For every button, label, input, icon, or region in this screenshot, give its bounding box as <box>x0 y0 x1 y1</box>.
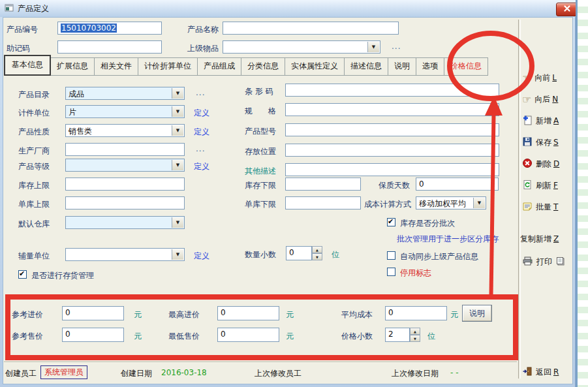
catalog-browse-button[interactable]: ... <box>196 88 205 97</box>
product-no-input[interactable]: 15010703002 <box>57 22 162 35</box>
stock-lower-label: 库存下限 <box>245 180 276 191</box>
tab-options[interactable]: 选项 <box>416 57 444 76</box>
spec-label: 规 格 <box>245 106 276 117</box>
min-sale-input[interactable]: 0 <box>217 328 279 342</box>
tab-price-info[interactable]: 价格信息 <box>444 57 488 76</box>
nature-define-link[interactable]: 定义 <box>194 127 209 138</box>
mnemonic-label: 助记码 <box>7 43 30 54</box>
tab-product-composition[interactable]: 产品组成 <box>198 57 241 76</box>
chevron-down-icon[interactable] <box>172 106 183 117</box>
disable-flag-checkbox[interactable] <box>387 268 395 276</box>
sidebar-item-copy-new[interactable]: 复制新增Z <box>520 234 559 245</box>
other-desc-input[interactable] <box>285 163 499 176</box>
tab-basic-info[interactable]: 基本信息 <box>4 55 51 76</box>
manufacturer-browse-button[interactable]: ... <box>196 144 205 153</box>
sync-parent-label: 自动同步上级产品信息 <box>400 251 478 262</box>
tab-extended-info[interactable]: 扩展信息 <box>51 57 95 76</box>
chevron-down-icon[interactable] <box>172 125 183 136</box>
max-purchase-label: 最高进价 <box>168 309 200 320</box>
close-button[interactable] <box>556 3 578 16</box>
sidebar-item-backward[interactable]: 向后N <box>522 93 558 106</box>
chevron-down-icon[interactable] <box>367 42 379 52</box>
chevron-down-icon[interactable] <box>172 160 183 170</box>
sidebar-item-batch[interactable]: 批量T <box>522 201 558 213</box>
explain-button[interactable]: 说明 <box>462 305 492 322</box>
grade-combo[interactable] <box>65 159 185 172</box>
tab-classification-info[interactable]: 分类信息 <box>241 57 285 76</box>
model-input[interactable] <box>285 123 499 136</box>
chevron-down-icon[interactable] <box>473 198 485 208</box>
nature-label: 产品性质 <box>18 127 50 138</box>
price-decimal-stepper[interactable] <box>410 328 420 342</box>
grade-define-link[interactable]: 定义 <box>194 161 209 172</box>
price-decimal-input[interactable]: 2 <box>385 328 410 342</box>
spin-down-icon[interactable] <box>312 253 322 260</box>
single-upper-input[interactable] <box>65 196 185 209</box>
max-purchase-input[interactable]: 0 <box>217 306 279 320</box>
unit-label: 计件单位 <box>18 108 50 119</box>
manufacturer-input[interactable] <box>65 143 185 156</box>
product-name-input[interactable] <box>223 22 399 35</box>
batch-note: 批次管理用于进一步区分库存 <box>397 234 499 245</box>
spin-up-icon[interactable] <box>312 246 322 253</box>
avg-cost-input[interactable]: 0 <box>385 306 447 320</box>
created-date-value: 2016-03-18 <box>161 368 207 377</box>
mnemonic-input[interactable] <box>57 40 162 54</box>
barcode-input[interactable] <box>285 84 499 97</box>
qty-decimal-stepper[interactable] <box>312 246 322 260</box>
ref-sale-unit: 元 <box>134 331 142 342</box>
titlebar[interactable]: 产品定义 <box>0 0 576 17</box>
qty-decimal-input[interactable]: 0 <box>286 246 312 260</box>
tab-entity-attributes[interactable]: 实体属性定义 <box>285 57 345 76</box>
parent-item-browse-button[interactable]: ... <box>392 42 401 51</box>
tab-related-files[interactable]: 相关文件 <box>95 57 138 76</box>
manufacturer-label: 生产厂商 <box>18 146 50 157</box>
aux-unit-label: 辅量单位 <box>18 251 50 262</box>
cost-method-combo[interactable]: 移动加权平均 <box>416 196 486 209</box>
default-warehouse-combo[interactable] <box>65 216 185 229</box>
avg-cost-unit: 元 <box>450 309 458 320</box>
sidebar-item-new[interactable]: 新增A <box>522 115 559 127</box>
parent-item-combo[interactable] <box>223 40 380 54</box>
grade-label: 产品等级 <box>18 161 50 172</box>
ref-purchase-label: 参考进价 <box>12 309 43 320</box>
ref-purchase-input[interactable]: 0 <box>62 306 124 320</box>
batch-checkbox[interactable] <box>387 218 395 226</box>
cost-method-value: 移动加权平均 <box>419 198 466 209</box>
inventory-mgmt-checkbox[interactable] <box>18 270 27 279</box>
nature-combo[interactable]: 销售类 <box>65 124 185 137</box>
spec-input[interactable] <box>285 103 499 116</box>
unit-combo[interactable]: 片 <box>65 105 185 118</box>
catalog-combo[interactable]: 成品 <box>65 87 185 100</box>
spin-up-icon[interactable] <box>410 328 420 335</box>
single-upper-label: 单库上限 <box>18 199 50 210</box>
spin-down-icon[interactable] <box>410 335 420 342</box>
location-input[interactable] <box>285 144 499 157</box>
other-desc-link[interactable]: 其他描述 <box>245 166 276 177</box>
chevron-down-icon[interactable] <box>172 249 183 260</box>
chevron-down-icon[interactable] <box>172 217 183 228</box>
sidebar-item-print[interactable]: 打印 <box>522 256 566 268</box>
single-lower-input[interactable] <box>285 196 361 209</box>
unit-define-link[interactable]: 定义 <box>194 108 209 119</box>
created-date-label: 创建日期 <box>121 368 152 379</box>
chevron-down-icon[interactable] <box>172 88 183 99</box>
sidebar-item-refresh[interactable]: 刷新F <box>522 179 558 192</box>
sidebar-item-delete[interactable]: 删除D <box>522 158 559 170</box>
tab-description-info[interactable]: 描述信息 <box>345 57 388 76</box>
sidebar-item-return[interactable]: 返回R <box>522 366 559 379</box>
sidebar-item-save[interactable]: 保存S <box>522 136 559 149</box>
modified-by-label: 上次修改员工 <box>255 368 302 379</box>
sidebar-item-forward[interactable]: 向前L <box>522 72 557 84</box>
shelf-life-input[interactable]: 0 <box>416 178 499 191</box>
aux-unit-combo[interactable] <box>65 248 185 261</box>
ref-purchase-unit: 元 <box>134 309 142 320</box>
aux-unit-define-link[interactable]: 定义 <box>194 251 209 262</box>
ref-sale-input[interactable]: 0 <box>62 328 124 342</box>
refresh-icon <box>522 179 533 192</box>
stock-upper-input[interactable] <box>65 178 185 191</box>
tab-notes[interactable]: 说明 <box>388 57 416 76</box>
sync-parent-checkbox[interactable] <box>387 251 395 260</box>
tab-pricing-conversion-unit[interactable]: 计价折算单位 <box>138 57 198 76</box>
stock-lower-input[interactable] <box>285 178 361 191</box>
